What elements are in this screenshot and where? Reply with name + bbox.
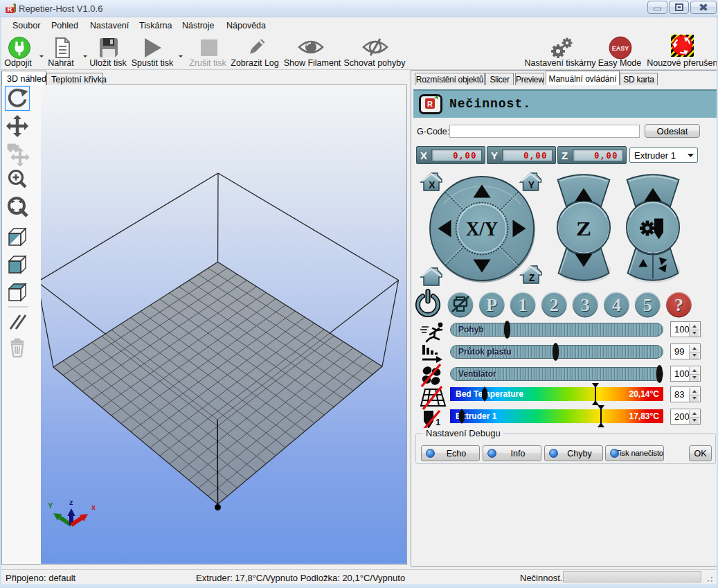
- svg-text:Y: Y: [528, 179, 535, 190]
- svg-text:5: 5: [643, 295, 652, 315]
- svg-text:z: z: [69, 498, 73, 506]
- svg-text:EASY: EASY: [612, 45, 629, 52]
- svg-text:Z: Z: [529, 272, 535, 283]
- svg-text:X/Y: X/Y: [466, 217, 498, 240]
- svg-text:?: ?: [674, 295, 683, 315]
- svg-text:3: 3: [581, 295, 590, 315]
- svg-text:Y: Y: [48, 501, 53, 510]
- svg-text:4: 4: [612, 295, 621, 315]
- svg-text:1: 1: [436, 417, 440, 427]
- svg-text:x: x: [91, 503, 96, 511]
- svg-text:1: 1: [519, 295, 528, 315]
- svg-text:P: P: [486, 295, 497, 315]
- svg-text:Z: Z: [576, 217, 591, 240]
- svg-text:X: X: [429, 179, 436, 190]
- svg-text:R: R: [8, 6, 12, 13]
- svg-text:2: 2: [550, 295, 559, 315]
- svg-text:R: R: [427, 100, 433, 108]
